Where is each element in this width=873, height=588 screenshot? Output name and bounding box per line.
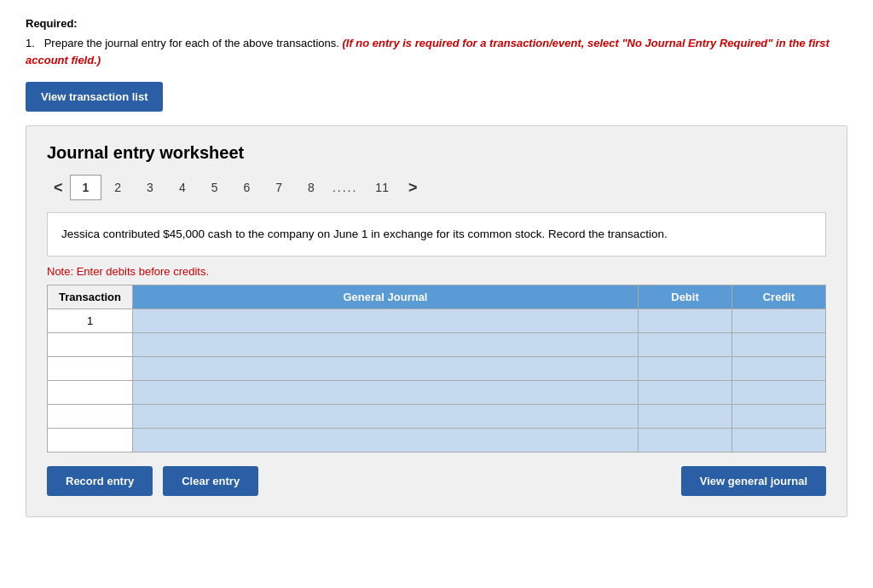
credit-cell-5[interactable] xyxy=(732,404,826,428)
journal-cell-5[interactable] xyxy=(133,404,639,428)
prev-tab-button[interactable]: < xyxy=(47,176,70,200)
journal-cell-1[interactable] xyxy=(133,308,639,332)
credit-input-6[interactable] xyxy=(732,429,825,452)
buttons-row: Record entry Clear entry View general jo… xyxy=(47,466,826,496)
tab-6[interactable]: 6 xyxy=(231,175,263,200)
tab-11[interactable]: 11 xyxy=(362,175,402,200)
debit-input-6[interactable] xyxy=(639,429,731,452)
transaction-num-empty-2 xyxy=(48,332,133,356)
transaction-num-empty-6 xyxy=(48,428,133,452)
tab-1[interactable]: 1 xyxy=(70,175,102,200)
journal-cell-2[interactable] xyxy=(133,332,639,356)
journal-input-4[interactable] xyxy=(133,381,638,404)
credit-cell-1[interactable] xyxy=(732,308,826,332)
note-text: Note: Enter debits before credits. xyxy=(47,265,826,278)
credit-input-5[interactable] xyxy=(732,405,825,428)
worksheet-title: Journal entry worksheet xyxy=(47,143,826,163)
journal-cell-4[interactable] xyxy=(133,380,639,404)
table-row xyxy=(48,380,826,404)
tab-3[interactable]: 3 xyxy=(134,175,166,200)
table-row: 1 xyxy=(48,308,826,332)
credit-cell-3[interactable] xyxy=(732,356,826,380)
debit-input-4[interactable] xyxy=(639,381,731,404)
tabs-row: < 1 2 3 4 5 6 7 8 ..... 11 > xyxy=(47,175,826,200)
view-transaction-button[interactable]: View transaction list xyxy=(26,82,163,112)
journal-cell-3[interactable] xyxy=(133,356,639,380)
debit-cell-1[interactable] xyxy=(639,308,732,332)
debit-cell-3[interactable] xyxy=(639,356,732,380)
tab-7[interactable]: 7 xyxy=(263,175,295,200)
journal-table: Transaction General Journal Debit Credit… xyxy=(47,285,826,453)
table-row xyxy=(48,356,826,380)
scenario-box: Jessica contributed $45,000 cash to the … xyxy=(47,212,826,257)
debit-cell-5[interactable] xyxy=(639,404,732,428)
instruction-text: Prepare the journal entry for each of th… xyxy=(44,37,339,49)
journal-input-2[interactable] xyxy=(133,333,638,356)
transaction-num-empty-3 xyxy=(48,356,133,380)
credit-input-1[interactable] xyxy=(732,309,825,332)
journal-input-5[interactable] xyxy=(133,405,638,428)
debit-input-3[interactable] xyxy=(639,357,731,380)
transaction-num-empty-4 xyxy=(48,380,133,404)
tab-dots: ..... xyxy=(327,176,362,199)
debit-cell-4[interactable] xyxy=(639,380,732,404)
instructions: 1. Prepare the journal entry for each of… xyxy=(26,35,847,68)
credit-input-2[interactable] xyxy=(732,333,825,356)
tab-2[interactable]: 2 xyxy=(101,175,134,200)
journal-cell-6[interactable] xyxy=(133,428,639,452)
tab-5[interactable]: 5 xyxy=(199,175,231,200)
credit-cell-2[interactable] xyxy=(732,332,826,356)
debit-cell-6[interactable] xyxy=(639,428,732,452)
tab-8[interactable]: 8 xyxy=(295,175,327,200)
credit-input-3[interactable] xyxy=(732,357,825,380)
header-general-journal: General Journal xyxy=(133,285,639,308)
debit-input-5[interactable] xyxy=(639,405,731,428)
view-general-journal-button[interactable]: View general journal xyxy=(681,466,826,496)
journal-input-3[interactable] xyxy=(133,357,638,380)
instruction-number: 1. xyxy=(26,37,35,49)
next-tab-button[interactable]: > xyxy=(402,176,425,200)
scenario-text: Jessica contributed $45,000 cash to the … xyxy=(61,228,668,240)
worksheet-container: Journal entry worksheet < 1 2 3 4 5 6 7 … xyxy=(26,125,847,517)
record-entry-button[interactable]: Record entry xyxy=(47,466,153,496)
header-debit: Debit xyxy=(639,285,732,308)
transaction-number: 1 xyxy=(48,308,133,332)
table-row xyxy=(48,332,826,356)
table-row xyxy=(48,404,826,428)
journal-input-1[interactable] xyxy=(133,309,638,332)
transaction-num-empty-5 xyxy=(48,404,133,428)
clear-entry-button[interactable]: Clear entry xyxy=(163,466,258,496)
credit-cell-4[interactable] xyxy=(732,380,826,404)
required-label: Required: xyxy=(26,17,847,30)
header-credit: Credit xyxy=(732,285,826,308)
debit-input-1[interactable] xyxy=(639,309,731,332)
table-row xyxy=(48,428,826,452)
credit-cell-6[interactable] xyxy=(732,428,826,452)
tab-4[interactable]: 4 xyxy=(166,175,199,200)
credit-input-4[interactable] xyxy=(732,381,825,404)
journal-input-6[interactable] xyxy=(133,429,638,452)
debit-cell-2[interactable] xyxy=(639,332,732,356)
header-transaction: Transaction xyxy=(48,285,133,308)
debit-input-2[interactable] xyxy=(639,333,731,356)
